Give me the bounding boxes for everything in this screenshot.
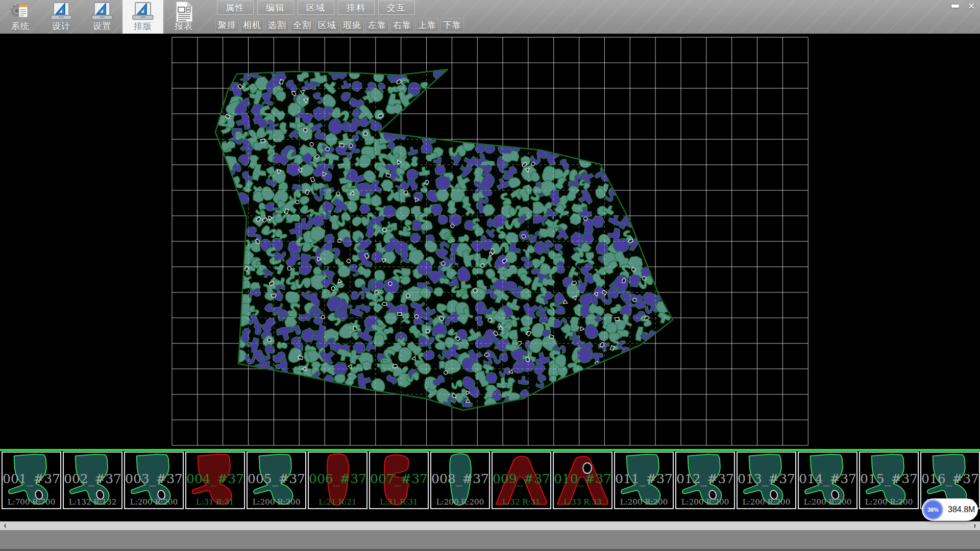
part-tile-003_#37[interactable]: 003_#37L:200 R:200 [124, 452, 184, 509]
minimize-button[interactable] [948, 1, 962, 11]
menu-tab-interact[interactable]: 交互 [378, 1, 415, 15]
menu-tab-region[interactable]: 区域 [298, 1, 334, 15]
action-button-cut-all[interactable]: 全割 [290, 18, 314, 32]
part-tile-lr-count: L:200 R:200 [248, 497, 305, 507]
part-tile-label: 004_#37 [186, 471, 244, 486]
part-tile-lr-count: L:700 R:700 [3, 497, 60, 507]
action-button-align-bottom[interactable]: 下靠 [440, 18, 464, 32]
part-tile-label: 001_#37 [3, 471, 60, 486]
action-button-camera[interactable]: 相机 [240, 18, 264, 32]
close-icon: ✕ [968, 1, 975, 12]
part-tile-007_#37[interactable]: 007_#37L:31 R:31 [369, 452, 429, 509]
toolbar-button-label: 报表 [163, 20, 204, 32]
menu-tab-row: 属性编辑区域排料交互 [217, 1, 419, 16]
part-tile-lr-count: L:200 R:200 [860, 497, 918, 507]
window-controls: ✕ [948, 1, 978, 11]
main-toolbar-buttons: 系统 设计 设置 排版 报表 [0, 0, 204, 34]
part-tile-label: 014_#37 [799, 471, 856, 486]
part-tile-lr-count: L:200 R:200 [125, 497, 183, 507]
memory-size-label: 384.8M [948, 505, 975, 514]
laptop-ruler-icon [50, 2, 72, 22]
part-tile-lr-count: L:31 R:31 [370, 497, 428, 507]
memory-percent-label: 38% [927, 507, 939, 513]
part-tile-label: 007_#37 [370, 471, 428, 486]
part-tile-012_#37[interactable]: 012_#37L:200 R:200 [675, 452, 735, 509]
toolbar-button-settings[interactable]: 设置 [82, 0, 122, 34]
toolbar-button-label: 设计 [41, 20, 82, 32]
part-tile-lr-count: L:132 R:132 [64, 497, 121, 507]
part-tile-lr-count: L:200 R:200 [431, 497, 489, 507]
part-tile-lr-count: L:33 R:33 [554, 497, 611, 507]
part-tile-008_#37[interactable]: 008_#37L:200 R:200 [430, 452, 490, 509]
part-tile-label: 009_#37 [493, 471, 550, 486]
system-gear-icon [10, 2, 31, 22]
part-tile-label: 015_#37 [860, 471, 918, 486]
laptop-ruler-icon [91, 2, 113, 22]
part-tile-013_#37[interactable]: 013_#37L:200 R:200 [737, 452, 796, 509]
part-tile-label: 013_#37 [738, 471, 795, 486]
part-tile-lr-count: L:21 R:21 [309, 497, 366, 507]
menu-tab-edit[interactable]: 编辑 [257, 1, 294, 15]
action-button-align-top[interactable]: 上靠 [415, 18, 439, 32]
top-toolbar: 系统 设计 设置 排版 报表 属性编辑区域排料交互 聚排相机选割全割区域瑕疵左靠… [0, 0, 980, 34]
action-button-cluster-nest[interactable]: 聚排 [215, 18, 239, 32]
laptop-ruler-icon [132, 2, 154, 22]
scroll-left-arrow-icon[interactable]: ‹ [1, 521, 9, 530]
part-tile-label: 016_#37 [921, 471, 979, 486]
action-button-region[interactable]: 区域 [315, 18, 339, 32]
part-tile-label: 012_#37 [676, 471, 734, 486]
part-tile-004_#37[interactable]: 004_#37L:31 R:31 [185, 452, 245, 509]
report-document-icon [174, 1, 194, 23]
part-tile-015_#37[interactable]: 015_#37L:200 R:200 [859, 452, 919, 509]
action-button-align-left[interactable]: 左靠 [365, 18, 389, 32]
part-tile-label: 011_#37 [615, 471, 673, 486]
part-tile-lr-count: L:200 R:200 [615, 497, 673, 507]
action-button-row: 聚排相机选割全割区域瑕疵左靠右靠上靠下靠 [215, 18, 465, 32]
part-tile-lr-count: L:200 R:200 [799, 497, 856, 507]
part-tile-001_#37[interactable]: 001_#37L:700 R:700 [2, 452, 61, 509]
part-tile-lr-count: L:200 R:200 [676, 497, 734, 507]
part-tile-lr-count: L:31 R:31 [186, 497, 244, 507]
memory-percent-indicator: 38% [923, 499, 943, 520]
part-tile-label: 006_#37 [309, 471, 366, 486]
toolbar-button-label: 排版 [122, 20, 163, 32]
toolbar-button-report[interactable]: 报表 [163, 0, 204, 34]
part-tile-label: 005_#37 [248, 471, 305, 486]
toolbar-button-design[interactable]: 设计 [41, 0, 82, 34]
parts-thumbnail-strip: 001_#37L:700 R:700002_#37L:132 R:132003_… [0, 452, 980, 511]
minimize-icon [951, 5, 959, 8]
canvas-area [0, 34, 980, 449]
part-tile-010_#37[interactable]: 010_#37L:33 R:33 [553, 452, 612, 509]
toolbar-button-label: 系统 [0, 20, 41, 32]
part-tile-lr-count: L:32 R:31 [493, 497, 550, 507]
nesting-canvas[interactable] [0, 34, 980, 449]
toolbar-button-label: 设置 [82, 20, 122, 32]
toolbar-button-system[interactable]: 系统 [0, 0, 41, 34]
toolbar-button-nesting[interactable]: 排版 [122, 0, 163, 34]
part-tile-label: 008_#37 [431, 471, 489, 486]
part-tile-014_#37[interactable]: 014_#37L:200 R:200 [798, 452, 857, 509]
memory-usage-badge: 38% 384.8M [922, 498, 978, 521]
horizontal-scrollbar[interactable]: ‹ › [0, 521, 980, 530]
part-tile-002_#37[interactable]: 002_#37L:132 R:132 [63, 452, 122, 509]
status-bar [0, 530, 980, 549]
window-bottom-edge [0, 549, 980, 551]
part-tile-label: 002_#37 [64, 471, 121, 486]
part-tile-006_#37[interactable]: 006_#37L:21 R:21 [308, 452, 368, 509]
action-button-align-right[interactable]: 右靠 [390, 18, 414, 32]
part-tile-011_#37[interactable]: 011_#37L:200 R:200 [614, 452, 674, 509]
part-tile-009_#37[interactable]: 009_#37L:32 R:31 [492, 452, 551, 509]
part-tile-005_#37[interactable]: 005_#37L:200 R:200 [247, 452, 306, 509]
part-tile-label: 010_#37 [554, 471, 611, 486]
menu-tab-nest[interactable]: 排料 [338, 1, 375, 15]
close-button[interactable]: ✕ [965, 1, 978, 11]
part-tile-label: 003_#37 [125, 471, 183, 486]
scroll-right-arrow-icon[interactable]: › [971, 521, 979, 530]
strip-separator-line [0, 449, 980, 451]
part-tile-lr-count: L:200 R:200 [738, 497, 795, 507]
action-button-defect[interactable]: 瑕疵 [340, 18, 364, 32]
action-button-select-cut[interactable]: 选割 [265, 18, 289, 32]
menu-tab-attributes[interactable]: 属性 [217, 1, 254, 15]
